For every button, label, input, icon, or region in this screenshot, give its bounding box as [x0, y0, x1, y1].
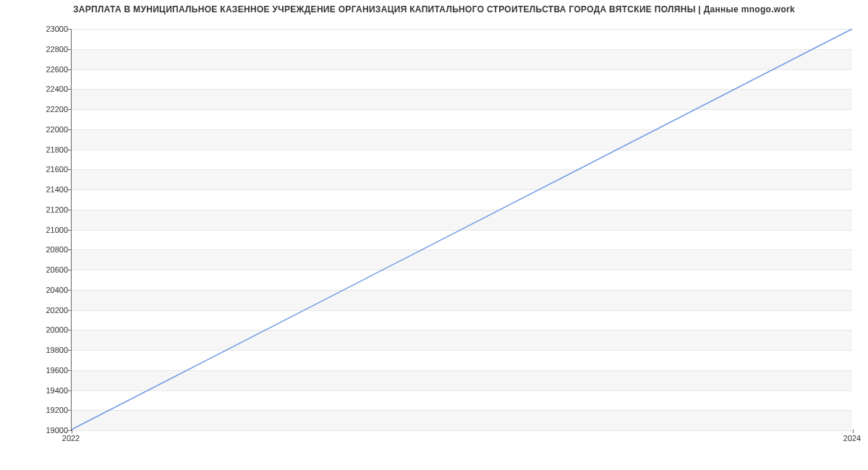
y-tick-label: 20600	[3, 265, 68, 274]
y-tick-label: 19800	[3, 346, 68, 354]
y-tick-label: 22400	[3, 85, 68, 93]
x-tick-mark	[853, 430, 854, 433]
y-tick-label: 21200	[3, 205, 68, 214]
y-tick-label: 22000	[3, 125, 68, 134]
y-tick-label: 20000	[3, 325, 68, 334]
y-tick-label: 20400	[3, 286, 68, 294]
y-tick-label: 21000	[3, 226, 68, 234]
x-tick-label: 2022	[62, 434, 80, 443]
y-tick-label: 22600	[3, 65, 68, 74]
y-tick-label: 19200	[3, 406, 68, 414]
y-tick-label: 23000	[3, 25, 68, 33]
line-series	[72, 29, 852, 430]
y-tick-label: 19600	[3, 366, 68, 375]
plot-area	[71, 29, 852, 430]
y-tick-label: 21600	[3, 165, 68, 174]
chart-title: ЗАРПЛАТА В МУНИЦИПАЛЬНОЕ КАЗЕННОЕ УЧРЕЖД…	[0, 4, 868, 14]
y-tick-label: 19400	[3, 386, 68, 395]
x-tick-mark	[72, 430, 72, 433]
y-tick-label: 20800	[3, 245, 68, 254]
y-tick-label: 21400	[3, 185, 68, 194]
y-tick-label: 20200	[3, 306, 68, 315]
x-tick-label: 2024	[843, 434, 861, 443]
y-tick-label: 22200	[3, 105, 68, 114]
y-tick-label: 22800	[3, 45, 68, 54]
chart-container: ЗАРПЛАТА В МУНИЦИПАЛЬНОЕ КАЗЕННОЕ УЧРЕЖД…	[0, 0, 868, 470]
y-tick-label: 21800	[3, 145, 68, 154]
y-tick-label: 19000	[3, 426, 68, 435]
gridline	[72, 430, 852, 431]
